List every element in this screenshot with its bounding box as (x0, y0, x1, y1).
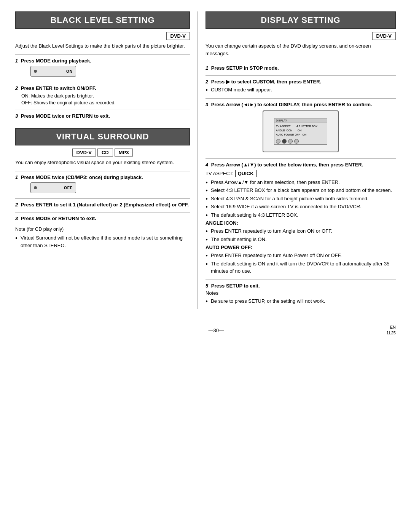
display-step-2-bullets: CUSTOM mode will appear. (206, 86, 396, 94)
angle-icon-menu-item: ANGLE ICON ON (276, 128, 325, 133)
vs-note-label: Note (for CD play only) (15, 226, 190, 233)
device-off-indicator: OFF (30, 182, 76, 193)
led-indicator (34, 70, 37, 73)
display-step-2-bullet-1: CUSTOM mode will appear. (206, 86, 396, 94)
black-level-intro: Adjust the Black Level Settings to make … (15, 42, 190, 50)
display-device-container: DISPLAY TV ASPECT 4:3 LETTER BOX ANGLE I… (206, 110, 396, 152)
tv-aspect-line: TV ASPECT: QUICK (206, 170, 396, 177)
angle-icon-label: ANGLE ICON: (206, 220, 396, 226)
black-level-step-3: 3 Press MODE twice or RETURN to exit. (15, 110, 190, 122)
footer-right-label: EN 1L25 (387, 324, 396, 336)
tv-aspect-bullet-5: The default setting is 4:3 LETTER BOX. (206, 211, 396, 219)
display-step-5-title: 5 Press SETUP to exit. (206, 283, 396, 289)
display-step-3-title: 3 Press Arrow (◄/►) to select DISPLAY, t… (206, 102, 396, 107)
display-menu-items: TV ASPECT 4:3 LETTER BOX ANGLE ICON ON A… (274, 123, 327, 138)
display-menu-top: DISPLAY (274, 118, 327, 123)
device-label: ON (66, 69, 73, 73)
black-level-badge-row: DVD-V (15, 32, 190, 40)
vs-step-2: 2 Press ENTER to set it 1 (Natural effec… (15, 198, 190, 211)
vs-step-1-title: 1 Press MODE twice (CD/MP3: once) during… (15, 174, 190, 180)
vs-badge-mp3: MP3 (115, 149, 133, 157)
tv-aspect-bullet-4: Select 16:9 WIDE if a wide-screen TV is … (206, 203, 396, 211)
display-intro: You can change certain aspects of the DV… (206, 42, 396, 57)
auto-power-off-label: AUTO POWER OFF: (206, 244, 396, 250)
black-level-step-2: 2 Press ENTER to switch ON/OFF. ON: Make… (15, 82, 190, 109)
footer-lang: EN (387, 324, 396, 330)
black-level-heading: BLACK LEVEL SETTING (15, 11, 190, 29)
auto-power-menu-item: AUTO POWER OFF ON (276, 133, 325, 137)
vs-note-item: Virtual Surround will not be effective i… (15, 234, 190, 249)
right-column: DISPLAY SETTING DVD-V You can change cer… (198, 11, 396, 309)
left-column: BLACK LEVEL SETTING DVD-V Adjust the Bla… (15, 11, 198, 309)
vs-badge-dvdv: DVD-V (72, 149, 96, 157)
virtual-surround-heading: VIRTUAL SURROUND (15, 128, 190, 145)
display-icon-row (274, 138, 327, 145)
display-step-3: 3 Press Arrow (◄/►) to select DISPLAY, t… (206, 98, 396, 157)
led-off-indicator (34, 186, 37, 189)
display-screen: DISPLAY TV ASPECT 4:3 LETTER BOX ANGLE I… (274, 118, 327, 145)
page-number: —30— (46, 328, 387, 333)
virtual-surround-badge-row: DVD-V CD MP3 (15, 149, 190, 157)
display-step-1-title: 1 Press SETUP in STOP mode. (206, 65, 396, 71)
auto-power-off-bullet-2: The default setting is ON and it will tu… (206, 260, 396, 275)
tv-aspect-bullet-1: Press Arrow▲/▼ for an item selection, th… (206, 179, 396, 186)
auto-power-off-bullet-1: Press ENTER repeatedly to turn Auto Powe… (206, 252, 396, 259)
device-on-indicator: ON (30, 66, 76, 77)
display-step-4: 4 Press Arrow (▲/▼) to select the below … (206, 158, 396, 278)
display-step-4-title: 4 Press Arrow (▲/▼) to select the below … (206, 162, 396, 168)
vs-step-2-title: 2 Press ENTER to set it 1 (Natural effec… (15, 202, 190, 208)
black-level-step-1: 1 Press MODE during playback. ON (15, 54, 190, 80)
vs-intro: You can enjoy stereophonic visual space … (15, 159, 190, 166)
notes-bullets: Be sure to press SETUP, or the setting w… (206, 297, 396, 305)
black-level-step-1-title: 1 Press MODE during playback. (15, 58, 190, 64)
display-icon-1 (276, 139, 280, 144)
display-icon-2 (282, 139, 287, 144)
notes-bullet-1: Be sure to press SETUP, or the setting w… (206, 297, 396, 305)
tv-aspect-bullet-2: Select 4:3 LETTER BOX for a black bars a… (206, 187, 396, 194)
auto-power-off-bullets: Press ENTER repeatedly to turn Auto Powe… (206, 252, 396, 275)
main-columns: BLACK LEVEL SETTING DVD-V Adjust the Bla… (15, 11, 396, 309)
virtual-surround-section: VIRTUAL SURROUND DVD-V CD MP3 You can en… (15, 128, 190, 249)
tv-aspect-bullets: Press Arrow▲/▼ for an item selection, th… (206, 179, 396, 219)
display-device-image: DISPLAY TV ASPECT 4:3 LETTER BOX ANGLE I… (263, 110, 339, 152)
angle-icon-bullet-1: Press ENTER repeatedly to turn Angle ico… (206, 227, 396, 235)
device-off-label: OFF (64, 185, 73, 190)
display-menu-label: DISPLAY (276, 119, 287, 122)
black-level-step-2-title: 2 Press ENTER to switch ON/OFF. (15, 85, 190, 91)
display-icon-4 (294, 139, 299, 144)
tv-aspect-label: TV ASPECT: (206, 171, 234, 176)
display-icon-3 (288, 139, 293, 144)
display-step-5: 5 Press SETUP to exit. Notes Be sure to … (206, 280, 396, 308)
display-step-2: 2 Press ▶ to select CUSTOM, then press E… (206, 75, 396, 97)
black-level-format-badge: DVD-V (166, 32, 190, 40)
page-content: BLACK LEVEL SETTING DVD-V Adjust the Bla… (15, 11, 396, 336)
vs-step-3: 3 Press MODE or RETURN to exit. (15, 212, 190, 224)
black-level-step-2-sub-off: OFF: Shows the original picture as recor… (15, 99, 190, 107)
display-step-1: 1 Press SETUP in STOP mode. (206, 62, 396, 74)
black-level-step-2-sub-on: ON: Makes the dark parts brighter. (15, 93, 190, 100)
display-setting-heading: DISPLAY SETTING (206, 11, 396, 29)
footer-model: 1L25 (387, 330, 396, 336)
display-format-badge: DVD-V (372, 32, 396, 40)
tv-aspect-menu-item: TV ASPECT 4:3 LETTER BOX (276, 124, 325, 128)
vs-step-1: 1 Press MODE twice (CD/MP3: once) during… (15, 171, 190, 197)
display-step-2-title: 2 Press ▶ to select CUSTOM, then press E… (206, 79, 396, 85)
black-level-step-3-title: 3 Press MODE twice or RETURN to exit. (15, 113, 190, 119)
vs-step-3-title: 3 Press MODE or RETURN to exit. (15, 216, 190, 221)
vs-notes-list: Virtual Surround will not be effective i… (15, 234, 190, 249)
tv-aspect-value: QUICK (235, 170, 256, 177)
notes-label: Notes (206, 290, 396, 296)
display-badge-row: DVD-V (206, 32, 396, 40)
angle-icon-bullets: Press ENTER repeatedly to turn Angle ico… (206, 227, 396, 243)
tv-aspect-bullet-3: Select 4:3 PAN & SCAN for a full height … (206, 195, 396, 203)
page-footer: —30— EN 1L25 (15, 321, 396, 336)
angle-icon-bullet-2: The default setting is ON. (206, 236, 396, 243)
vs-badge-cd: CD (97, 149, 113, 157)
